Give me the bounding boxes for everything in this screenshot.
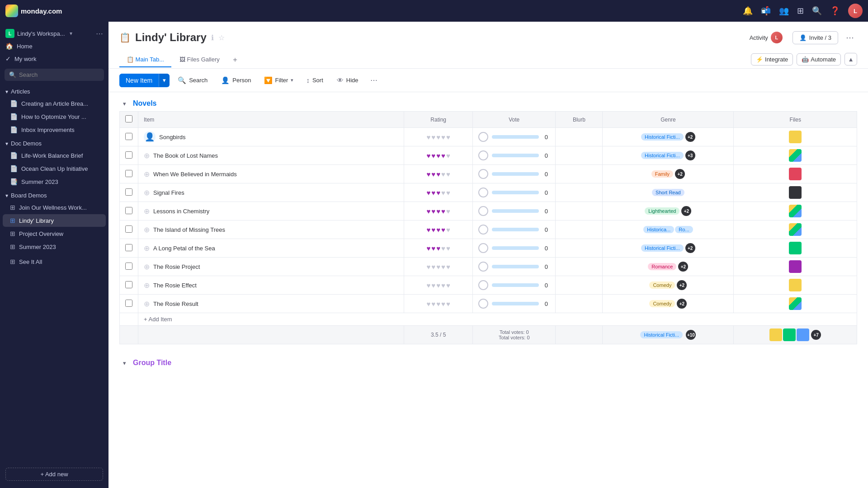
file-thumbnail[interactable] (789, 205, 802, 217)
search-icon[interactable]: 🔍 (812, 6, 822, 16)
sidebar-item-project-overview[interactable]: ⊞ Project Overview (3, 227, 106, 240)
files-cell[interactable] (734, 258, 857, 276)
rating-cell[interactable]: ♥♥♥♥♥ (404, 146, 473, 165)
star-empty[interactable]: ♥ (431, 133, 435, 141)
person-add-icon[interactable]: ⊕ (144, 225, 150, 234)
person-add-icon[interactable]: ⊕ (144, 170, 150, 178)
star-empty[interactable]: ♥ (426, 282, 430, 289)
genre-extra[interactable]: +2 (681, 206, 691, 216)
star-empty[interactable]: ♥ (431, 263, 435, 271)
star-empty[interactable]: ♥ (446, 152, 450, 160)
star-empty[interactable]: ♥ (446, 263, 450, 271)
sidebar-item-see-it-all[interactable]: ⊞ See It All (3, 255, 106, 268)
files-cell[interactable] (734, 165, 857, 183)
sidebar-item-summer-2023-board[interactable]: ⊞ Summer 2023 (3, 240, 106, 253)
star-empty[interactable]: ♥ (446, 170, 450, 178)
people-icon[interactable]: 👥 (779, 6, 789, 16)
row-checkbox[interactable] (125, 207, 132, 214)
genre-tag[interactable]: Historical Ficti... (641, 133, 684, 141)
person-add-icon[interactable]: ⊕ (144, 244, 150, 253)
files-cell[interactable] (734, 221, 857, 239)
file-thumbnail[interactable] (789, 260, 802, 273)
genre-extra[interactable]: +3 (685, 150, 695, 160)
vote-circle[interactable] (478, 280, 488, 290)
genre-tag[interactable]: Romance (648, 263, 676, 270)
star-empty[interactable]: ♥ (441, 300, 445, 308)
rating-cell[interactable]: ♥♥♥♥♥ (404, 276, 473, 295)
add-item-button[interactable]: + Add Item (138, 313, 857, 326)
file-thumbnail[interactable] (789, 223, 802, 236)
person-add-icon[interactable]: ⊕ (144, 188, 150, 197)
star-empty[interactable]: ♥ (446, 226, 450, 234)
file-thumbnail[interactable] (789, 131, 802, 143)
sidebar-item-ocean-cleanup[interactable]: 📄 Ocean Clean Up Initiative (3, 162, 106, 175)
genre-tag[interactable]: Comedy (649, 300, 675, 307)
star-filled[interactable]: ♥ (426, 170, 430, 178)
search-button[interactable]: 🔍 Search (172, 74, 213, 87)
genre-extra[interactable]: +2 (677, 280, 687, 290)
add-new-button[interactable]: + Add new (5, 468, 103, 481)
star-filled[interactable]: ♥ (431, 207, 435, 215)
vote-circle[interactable] (478, 169, 488, 179)
blurb-cell[interactable] (556, 276, 603, 295)
select-all-checkbox[interactable] (125, 115, 132, 122)
person-add-icon[interactable]: ⊕ (144, 300, 150, 308)
sort-button[interactable]: ↕ Sort (301, 74, 328, 87)
person-assigned-icon[interactable]: 👤 (144, 131, 156, 143)
files-cell[interactable] (734, 202, 857, 221)
star-filled[interactable]: ♥ (436, 152, 440, 160)
novels-collapse-button[interactable]: ▾ (119, 99, 129, 108)
star-filled[interactable]: ♥ (441, 152, 445, 160)
person-add-icon[interactable]: ⊕ (144, 263, 150, 271)
star-filled[interactable]: ♥ (426, 152, 430, 160)
activity-button[interactable]: Activity L (744, 29, 788, 46)
vote-circle[interactable] (478, 225, 488, 235)
favorite-icon[interactable]: ☆ (218, 33, 225, 42)
genre-tag[interactable]: Historical Ficti... (641, 152, 684, 159)
star-empty[interactable]: ♥ (446, 282, 450, 289)
sidebar-item-mywork[interactable]: ✓ My work (0, 52, 108, 65)
collapse-header-button[interactable]: ▲ (844, 53, 857, 66)
star-empty[interactable]: ♥ (441, 170, 445, 178)
apps-icon[interactable]: ⊞ (797, 6, 804, 16)
workspace-header[interactable]: L Lindy's Workspa... ▾ ⋯ (0, 25, 108, 40)
star-empty[interactable]: ♥ (441, 189, 445, 197)
file-thumbnail[interactable] (789, 279, 802, 291)
rating-cell[interactable]: ♥♥♥♥♥ (404, 295, 473, 313)
genre-extra[interactable]: +2 (675, 169, 685, 179)
hide-button[interactable]: 👁 Hide (331, 74, 364, 87)
files-cell[interactable] (734, 183, 857, 202)
star-filled[interactable]: ♥ (431, 152, 435, 160)
star-empty[interactable]: ♥ (436, 282, 440, 289)
rating-cell[interactable]: ♥♥♥♥♥ (404, 239, 473, 258)
person-button[interactable]: 👤 Person (216, 74, 256, 87)
star-empty[interactable]: ♥ (431, 282, 435, 289)
star-empty[interactable]: ♥ (441, 263, 445, 271)
invite-button[interactable]: 👤 Invite / 3 (793, 31, 838, 44)
star-filled[interactable]: ♥ (436, 244, 440, 252)
row-checkbox[interactable] (125, 263, 132, 270)
star-filled[interactable]: ♥ (431, 226, 435, 234)
genre-extra[interactable]: +2 (677, 299, 687, 309)
genre-tag[interactable]: Short Read (652, 189, 684, 196)
sidebar-item-life-work[interactable]: 📄 Life-Work Balance Brief (3, 149, 106, 162)
vote-circle[interactable] (478, 206, 488, 216)
star-filled[interactable]: ♥ (436, 189, 440, 197)
star-empty[interactable]: ♥ (436, 133, 440, 141)
blurb-cell[interactable] (556, 258, 603, 276)
novels-title[interactable]: Novels (133, 99, 156, 108)
star-empty[interactable]: ♥ (436, 300, 440, 308)
info-icon[interactable]: ℹ (211, 33, 214, 42)
genre-tag[interactable]: Family (651, 170, 673, 178)
star-empty[interactable]: ♥ (441, 244, 445, 252)
row-checkbox[interactable] (125, 133, 132, 140)
help-icon[interactable]: ❓ (830, 6, 840, 16)
blurb-cell[interactable] (556, 221, 603, 239)
vote-circle[interactable] (478, 262, 488, 272)
blurb-cell[interactable] (556, 202, 603, 221)
star-filled[interactable]: ♥ (431, 170, 435, 178)
board-demos-group-header[interactable]: ▾ Board Demos (0, 188, 108, 201)
star-empty[interactable]: ♥ (441, 282, 445, 289)
rating-cell[interactable]: ♥♥♥♥♥ (404, 202, 473, 221)
star-empty[interactable]: ♥ (446, 207, 450, 215)
